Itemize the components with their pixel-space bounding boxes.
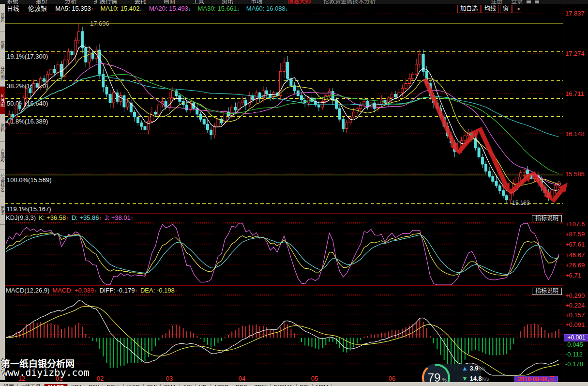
svg-text:16.148: 16.148 bbox=[565, 130, 585, 138]
svg-text:+6.71: +6.71 bbox=[565, 272, 581, 279]
svg-text:+26.69: +26.69 bbox=[565, 262, 585, 269]
dock-right-icon[interactable]: ⇥ bbox=[513, 5, 522, 13]
menu-item-8[interactable]: 市场 bbox=[251, 0, 262, 4]
chart-toolbar: 日线 伦敦银 MA5: 15.353↑MA10: 15.402↓MA20: 15… bbox=[5, 4, 563, 13]
sidebar-item-6[interactable]: 综合排名 bbox=[0, 170, 5, 197]
svg-text:+0.091: +0.091 bbox=[565, 321, 585, 328]
svg-text:17.696: 17.696 bbox=[90, 20, 109, 27]
menu-item-7[interactable]: 资讯 bbox=[222, 0, 233, 4]
tab-KDJ[interactable]: KDJ bbox=[68, 384, 85, 386]
svg-text:17.274: 17.274 bbox=[565, 50, 585, 57]
sidebar-item-2[interactable]: 分时图 bbox=[0, 59, 5, 87]
period-label[interactable]: 日线 bbox=[7, 5, 19, 12]
indicator-tab-bar: 设置K线工具MACDKDJPSYBOLLW&RDMIDMAASIVRARBRDP… bbox=[0, 382, 588, 386]
tab-VR[interactable]: VR bbox=[196, 384, 210, 386]
svg-text:-0.045: -0.045 bbox=[565, 341, 583, 348]
download-arrow-icon: ▼ bbox=[462, 375, 468, 382]
toolbar-button-窗[interactable]: 窗 bbox=[500, 5, 512, 13]
menu-item-3[interactable]: 扩展行情 bbox=[94, 0, 117, 4]
trend-up-icon: ↑ bbox=[91, 6, 94, 12]
macd-title: MACD(12,26,9) bbox=[6, 287, 49, 294]
svg-text:+67.61: +67.61 bbox=[565, 241, 585, 248]
sidebar-item-1[interactable]: 应用 bbox=[0, 31, 5, 59]
menu-bar: 系统报价分析扩展行情委托画面工具资讯市场博易大师伦敦贵金属技术分析注册登录 bbox=[0, 0, 588, 4]
svg-text:+87.59: +87.59 bbox=[565, 231, 585, 238]
svg-text:+0.290: +0.290 bbox=[565, 292, 585, 299]
tab-TRIX[interactable]: TRIX bbox=[251, 384, 271, 386]
svg-text:+0.157: +0.157 bbox=[565, 311, 585, 319]
tab-ASI[interactable]: ASI bbox=[180, 384, 196, 386]
chart-canvas[interactable]: 17.83717.27416.71116.14815.58517.69619.1… bbox=[0, 0, 588, 386]
macd-header: MACD(12,26,9)MACD: +0.039↑DIFF: -0.179↑D… bbox=[6, 287, 490, 294]
tab-BOLL[interactable]: BOLL bbox=[103, 384, 124, 386]
tab-PSY[interactable]: PSY bbox=[85, 384, 103, 386]
menu-item-4[interactable]: 委托 bbox=[135, 0, 146, 4]
svg-text:16.711: 16.711 bbox=[565, 90, 584, 97]
legend-item-1: DIFF: -0.179↑ bbox=[99, 287, 137, 294]
macd-caption-button[interactable]: 指标说明 bbox=[532, 288, 562, 295]
ma-legend: MA5: 15.353↑MA10: 15.402↓MA20: 15.493↓MA… bbox=[55, 5, 295, 12]
svg-text:15.163: 15.163 bbox=[512, 200, 530, 206]
svg-text:19.1%(17.300): 19.1%(17.300) bbox=[7, 53, 48, 60]
tab-MACD[interactable]: MACD bbox=[45, 384, 68, 386]
minimize-icon[interactable] bbox=[527, 0, 531, 3]
menu-item-0[interactable]: 系统 bbox=[7, 0, 18, 4]
tab-W&R[interactable]: W&R bbox=[124, 384, 144, 386]
account-link-1[interactable]: 登录 bbox=[511, 0, 523, 4]
svg-text:119.1%(15.167): 119.1%(15.167) bbox=[7, 205, 51, 213]
tab-DMI[interactable]: DMI bbox=[144, 384, 161, 386]
svg-text:-0.112: -0.112 bbox=[565, 351, 583, 358]
trend-up-icon: ↑ bbox=[175, 288, 178, 293]
menu-item-2[interactable]: 分析 bbox=[65, 0, 76, 4]
svg-text:+107.6: +107.6 bbox=[565, 220, 585, 228]
trend-up-icon: ↑ bbox=[66, 215, 69, 221]
sidebar-item-3[interactable]: K线图 bbox=[0, 87, 5, 114]
upload-arrow-icon: ▲ bbox=[462, 365, 468, 372]
macd-current-value-badge: +0.001 bbox=[564, 334, 588, 341]
symbol-label[interactable]: 伦敦银 bbox=[28, 5, 47, 12]
sidebar: 首页应用分时图K线图资料自选股综合排名更多 bbox=[0, 4, 5, 380]
menu-item-6[interactable]: 工具 bbox=[193, 0, 204, 4]
svg-text:-0.178: -0.178 bbox=[565, 360, 583, 368]
tab-ARBR[interactable]: ARBR bbox=[211, 384, 233, 386]
toolbar-button-均线[interactable]: 均线 bbox=[482, 5, 499, 13]
trend-down-icon: ↓ bbox=[286, 6, 288, 12]
svg-text:17.837: 17.837 bbox=[565, 10, 585, 17]
sidebar-item-7[interactable]: 更多 bbox=[0, 197, 5, 225]
toolbar-button-加自选[interactable]: 加自选 bbox=[457, 5, 481, 13]
account-link-0[interactable]: 注册 bbox=[491, 0, 502, 4]
tab-EXPMA[interactable]: EXPMA bbox=[271, 384, 297, 386]
sidebar-item-5[interactable]: 自选股 bbox=[0, 142, 5, 170]
legend-item-0: MACD: +0.039↑ bbox=[52, 287, 96, 294]
tab-DMA[interactable]: DMA bbox=[161, 384, 180, 386]
menu-item-5[interactable]: 画面 bbox=[164, 0, 175, 4]
trend-up-icon: ↑ bbox=[94, 288, 97, 293]
kdj-caption-button[interactable]: 指标说明 bbox=[532, 215, 562, 222]
svg-text:50.0%(16.640): 50.0%(16.640) bbox=[7, 100, 48, 107]
legend-item-2: DEA: -0.198↑ bbox=[140, 287, 177, 294]
trend-up-icon: ↑ bbox=[99, 215, 102, 221]
tab-DPO[interactable]: DPO bbox=[232, 384, 251, 386]
svg-text:+46.67: +46.67 bbox=[565, 251, 585, 259]
kdj-header: KDJ(9,3,3)K: +36.58↑D: +35.86↑J: +38.01↑ bbox=[6, 214, 490, 222]
trend-up-icon: ↑ bbox=[135, 288, 137, 293]
svg-text:100.0%(15.569): 100.0%(15.569) bbox=[7, 176, 52, 184]
app-logo: 博易大师 bbox=[287, 0, 311, 4]
trend-down-icon: ↓ bbox=[139, 6, 142, 12]
tab-MTM[interactable]: MTM bbox=[313, 384, 332, 386]
legend-item-2: J: +38.01↑ bbox=[105, 214, 133, 221]
trend-down-icon: ↓ bbox=[188, 6, 191, 12]
ma-legend-item-2: MA20: 15.493↓ bbox=[149, 5, 191, 12]
close-icon[interactable] bbox=[535, 0, 539, 3]
sidebar-item-0[interactable]: 首页 bbox=[0, 4, 5, 31]
legend-item-1: D: +35.86↑ bbox=[72, 214, 102, 221]
tab-K线工具[interactable]: K线工具 bbox=[18, 384, 45, 386]
ma-legend-item-0: MA5: 15.353↑ bbox=[55, 5, 93, 12]
tab-设置[interactable]: 设置 bbox=[0, 384, 18, 386]
tab-RSI[interactable]: RSI bbox=[297, 384, 313, 386]
trend-up-icon: ↑ bbox=[131, 215, 134, 221]
menu-item-1[interactable]: 报价 bbox=[36, 0, 47, 4]
ma-legend-item-1: MA10: 15.402↓ bbox=[101, 5, 142, 12]
kdj-title: KDJ(9,3,3) bbox=[6, 214, 36, 221]
sidebar-item-4[interactable]: 资料 bbox=[0, 114, 5, 142]
